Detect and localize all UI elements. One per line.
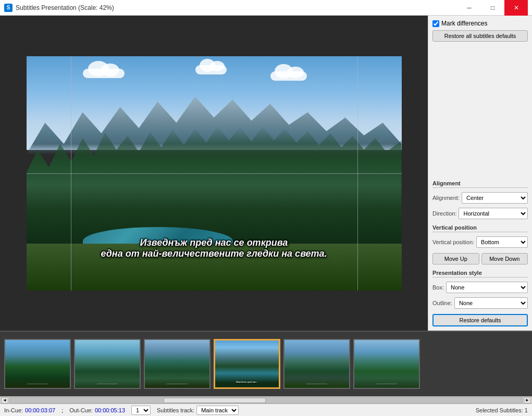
app-icon: S xyxy=(4,4,13,12)
thumb-inner-6: —————————— xyxy=(354,340,419,388)
separator-1: ; xyxy=(61,407,63,413)
move-buttons-row: Move Up Move Down xyxy=(432,253,528,264)
thumb-inner-1: —————————— xyxy=(5,340,70,388)
mark-differences-checkbox[interactable] xyxy=(432,20,439,27)
presentation-style-section-header: Presentation style xyxy=(432,270,528,278)
vertical-pos-row: Vertical position: Top Center Bottom xyxy=(432,236,528,248)
mark-differences-label[interactable]: Mark differences xyxy=(441,20,487,27)
in-cue-label: In-Cue: xyxy=(4,407,23,413)
minimize-button[interactable]: ─ xyxy=(457,0,481,16)
panel-top-section: Mark differences Restore all subtitles d… xyxy=(432,20,528,42)
maximize-button[interactable]: □ xyxy=(481,0,504,16)
cloud-3 xyxy=(270,71,307,81)
thumb-inner-3: —————————— xyxy=(145,340,209,388)
thumb-inner-4: Изведнъж пред нас... xyxy=(215,341,279,387)
restore-defaults-button[interactable]: Restore defaults xyxy=(432,314,528,326)
thumb-subtitle-3: —————————— xyxy=(145,382,209,385)
filmstrip-thumb-4[interactable]: Изведнъж пред нас... xyxy=(214,339,280,389)
alignment-row: Alignment: Left Center Right xyxy=(432,192,528,204)
subtitle-line-1: Изведнъж пред нас се открива xyxy=(27,237,402,248)
direction-label: Direction: xyxy=(432,210,456,217)
guide-line-horizontal xyxy=(27,173,402,174)
thumb-inner-2: —————————— xyxy=(75,340,140,388)
scroll-thumb[interactable] xyxy=(164,398,266,403)
main-content: Изведнъж пред нас се открива една от най… xyxy=(0,16,532,331)
window-title: Subtitles Presentation (Scale: 42%) xyxy=(16,4,457,11)
alignment-label: Alignment: xyxy=(432,195,460,201)
filmstrip-thumb-1[interactable]: —————————— xyxy=(4,339,71,389)
close-button[interactable]: ✕ xyxy=(504,0,528,16)
thumb-subtitle-5: —————————— xyxy=(284,382,349,385)
cloud-2 xyxy=(195,65,227,74)
restore-all-subtitles-button[interactable]: Restore all subtitles defaults xyxy=(432,30,528,42)
box-select[interactable]: None Box Rounded box xyxy=(446,282,528,293)
box-label: Box: xyxy=(432,284,444,291)
filmstrip-thumb-2[interactable]: —————————— xyxy=(74,339,141,389)
window-controls: ─ □ ✕ xyxy=(457,0,528,16)
video-area: Изведнъж пред нас се открива една от най… xyxy=(0,16,428,331)
mark-differences-row: Mark differences xyxy=(432,20,528,27)
thumb-subtitle-1: —————————— xyxy=(5,382,70,385)
scroll-track[interactable] xyxy=(9,397,523,404)
filmstrip-scroll[interactable]: —————————— —————————— —————————— Изведнъ… xyxy=(0,332,532,396)
in-cue-item: In-Cue: 00:00:03:07 xyxy=(4,407,55,413)
cloud-1 xyxy=(83,69,125,78)
out-cue-item: Out-Cue: 00:00:05:13 xyxy=(69,407,125,413)
box-row: Box: None Box Rounded box xyxy=(432,282,528,293)
forest-layer xyxy=(27,127,402,244)
subtitle-line-2: една от най-величествените гледки на све… xyxy=(27,248,402,259)
move-down-button[interactable]: Move Down xyxy=(481,253,528,264)
subtitles-track-item: Subtitles track: Main track xyxy=(157,406,239,415)
clouds-layer xyxy=(27,61,402,80)
selected-subtitles-label: Selected Subtitles: 1 xyxy=(476,407,528,413)
alignment-section-header: Alignment xyxy=(432,180,528,188)
vertical-position-section-header: Vertical position xyxy=(432,224,528,232)
filmstrip-thumb-3[interactable]: —————————— xyxy=(144,339,211,389)
outline-row: Outline: None Outline xyxy=(432,297,528,309)
titlebar: S Subtitles Presentation (Scale: 42%) ─ … xyxy=(0,0,532,16)
alignment-select[interactable]: Left Center Right xyxy=(462,192,528,204)
thumb-subtitle-2: —————————— xyxy=(75,382,140,385)
direction-select[interactable]: Horizontal Vertical xyxy=(459,208,528,219)
thumb-subtitle-4: Изведнъж пред нас... xyxy=(215,381,279,383)
filmstrip-thumb-5[interactable]: —————————— xyxy=(283,339,350,389)
subtitles-track-select[interactable]: Main track xyxy=(196,406,239,415)
direction-row: Direction: Horizontal Vertical xyxy=(432,208,528,219)
video-frame: Изведнъж пред нас се открива една от най… xyxy=(27,56,402,291)
scroll-right-button[interactable]: ► xyxy=(524,397,531,404)
thumb-inner-5: —————————— xyxy=(284,340,349,388)
filmstrip-scrollbar: ◄ ► xyxy=(0,396,532,404)
out-cue-label: Out-Cue: xyxy=(69,407,93,413)
right-panel: Mark differences Restore all subtitles d… xyxy=(428,16,532,331)
move-up-button[interactable]: Move Up xyxy=(432,253,479,264)
thumb-subtitle-6: —————————— xyxy=(354,382,419,385)
filmstrip-thumb-6[interactable]: —————————— xyxy=(353,339,420,389)
statusbar: In-Cue: 00:00:03:07 ; Out-Cue: 00:00:05:… xyxy=(0,404,532,416)
outline-select[interactable]: None Outline xyxy=(454,297,528,309)
scroll-left-button[interactable]: ◄ xyxy=(1,397,8,404)
subtitle-overlay: Изведнъж пред нас се открива една от най… xyxy=(27,237,402,259)
outline-label: Outline: xyxy=(432,300,452,306)
vertical-pos-label: Vertical position: xyxy=(432,239,474,245)
spacer xyxy=(432,47,528,175)
vertical-pos-select[interactable]: Top Center Bottom xyxy=(476,236,528,248)
in-cue-value: 00:00:03:07 xyxy=(25,407,55,413)
out-cue-value: 00:00:05:13 xyxy=(95,407,125,413)
track-number-select[interactable]: 1 2 3 xyxy=(131,406,151,415)
subtitles-track-label: Subtitles track: xyxy=(157,407,194,413)
filmstrip-area: —————————— —————————— —————————— Изведнъ… xyxy=(0,331,532,404)
